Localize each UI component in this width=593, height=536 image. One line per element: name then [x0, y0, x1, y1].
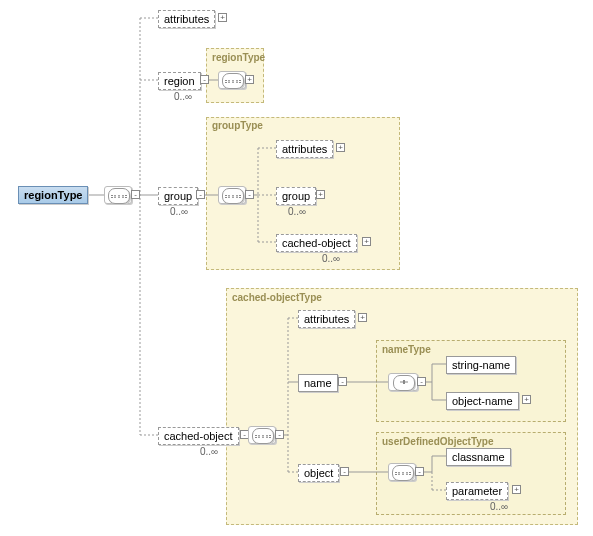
label: cached-object [164, 430, 233, 442]
typelabel-cached: cached-objectType [232, 292, 322, 303]
seq-region[interactable] [218, 71, 246, 89]
label: object [304, 467, 333, 479]
toggle-co-name[interactable]: - [338, 377, 347, 386]
label: attributes [304, 313, 349, 325]
label: region [164, 75, 195, 87]
toggle-object-seq[interactable]: - [415, 467, 424, 476]
root-label: regionType [24, 189, 82, 201]
node-attributes-1[interactable]: attributes [158, 10, 215, 28]
label: parameter [452, 485, 502, 497]
seq-group[interactable] [218, 186, 246, 204]
node-co-object[interactable]: object [298, 464, 339, 482]
label: group [164, 190, 192, 202]
card-gt-group: 0..∞ [288, 206, 306, 217]
toggle-group-seq[interactable]: - [245, 190, 254, 199]
card-region: 0..∞ [174, 91, 192, 102]
node-gt-cached[interactable]: cached-object [276, 234, 357, 252]
label: classname [452, 451, 505, 463]
node-cached[interactable]: cached-object [158, 427, 239, 445]
label: attributes [282, 143, 327, 155]
toggle-co-object[interactable]: - [340, 467, 349, 476]
seq-object[interactable] [388, 463, 416, 481]
node-gt-attributes[interactable]: attributes [276, 140, 333, 158]
node-classname[interactable]: classname [446, 448, 511, 466]
node-parameter[interactable]: parameter [446, 482, 508, 500]
expand-parameter[interactable]: + [512, 485, 521, 494]
typelabel-group: groupType [212, 120, 263, 131]
typelabel-name: nameType [382, 344, 431, 355]
seq-cached[interactable] [248, 426, 276, 444]
node-co-attributes[interactable]: attributes [298, 310, 355, 328]
toggle-region[interactable]: - [200, 75, 209, 84]
root-regiontype[interactable]: regionType [18, 186, 88, 204]
label: object-name [452, 395, 513, 407]
label: cached-object [282, 237, 351, 249]
expand-gt-cached[interactable]: + [362, 237, 371, 246]
node-object-name[interactable]: object-name [446, 392, 519, 410]
toggle-root[interactable]: - [131, 190, 140, 199]
card-cached: 0..∞ [200, 446, 218, 457]
expand-attributes-1[interactable]: + [218, 13, 227, 22]
expand-co-attributes[interactable]: + [358, 313, 367, 322]
label: string-name [452, 359, 510, 371]
card-gt-cached: 0..∞ [322, 253, 340, 264]
node-region[interactable]: region [158, 72, 201, 90]
label: attributes [164, 13, 209, 25]
node-group[interactable]: group [158, 187, 198, 205]
label: group [282, 190, 310, 202]
expand-object-name[interactable]: + [522, 395, 531, 404]
expand-gt-group[interactable]: + [316, 190, 325, 199]
choice-name[interactable] [388, 373, 418, 391]
toggle-cached-seq[interactable]: - [275, 430, 284, 439]
node-co-name[interactable]: name [298, 374, 338, 392]
toggle-name-choice[interactable]: - [417, 377, 426, 386]
toggle-group[interactable]: - [196, 190, 205, 199]
expand-gt-attributes[interactable]: + [336, 143, 345, 152]
label: name [304, 377, 332, 389]
card-parameter: 0..∞ [490, 501, 508, 512]
seq-root[interactable] [104, 186, 132, 204]
typelabel-object: userDefinedObjectType [382, 436, 494, 447]
node-string-name[interactable]: string-name [446, 356, 516, 374]
typelabel-region: regionType [212, 52, 265, 63]
card-group: 0..∞ [170, 206, 188, 217]
node-gt-group[interactable]: group [276, 187, 316, 205]
expand-region-seq[interactable]: + [245, 75, 254, 84]
